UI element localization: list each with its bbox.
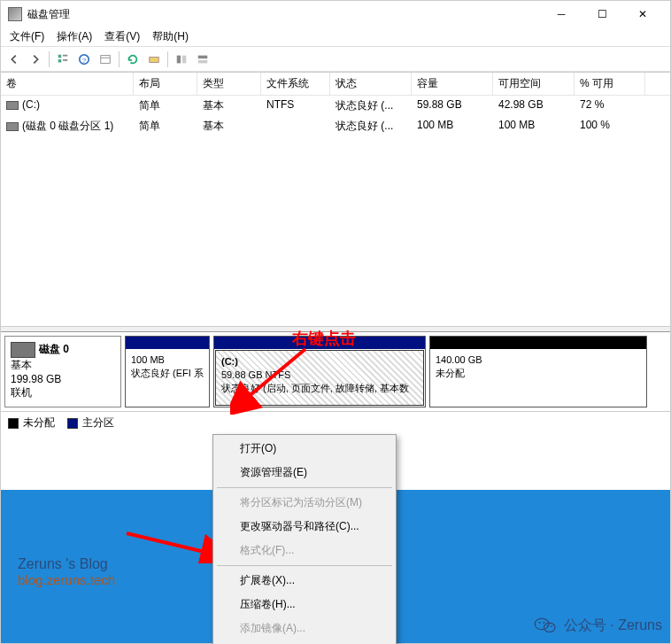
disk-layout-area: 磁盘 0 基本 199.98 GB 联机 100 MB 状态良好 (EFI 系 … xyxy=(1,331,670,411)
th-volume[interactable]: 卷 xyxy=(1,73,134,95)
maximize-button[interactable]: ☐ xyxy=(582,1,622,27)
window-controls: ─ ☐ ✕ xyxy=(541,1,663,27)
ctx-add-mirror: 添加镜像(A)... xyxy=(215,617,394,640)
legend-label: 未分配 xyxy=(23,416,55,429)
cell-type: 基本 xyxy=(197,117,261,136)
partition-efi[interactable]: 100 MB 状态良好 (EFI 系 xyxy=(125,336,210,407)
window-title: 磁盘管理 xyxy=(27,7,541,22)
menu-view[interactable]: 查看(V) xyxy=(99,27,145,46)
th-type[interactable]: 类型 xyxy=(197,73,261,95)
ctx-delete-volume: 删除卷(D)... xyxy=(215,640,394,644)
cell-capacity: 59.88 GB xyxy=(412,97,493,115)
svg-rect-8 xyxy=(150,57,159,62)
disk-type: 基本 xyxy=(11,358,115,373)
cell-pct: 72 % xyxy=(575,97,645,115)
toolbar-help-button[interactable]: ? xyxy=(74,50,94,69)
cell-layout: 简单 xyxy=(134,97,197,115)
partition-size: 100 MB xyxy=(131,353,204,367)
table-header: 卷 布局 类型 文件系统 状态 容量 可用空间 % 可用 xyxy=(1,73,670,96)
legend: 未分配 主分区 xyxy=(1,411,670,434)
partition-body: (C:) 59.88 GB NTFS 状态良好 (启动, 页面文件, 故障转储,… xyxy=(215,350,424,406)
toolbar-rescan-button[interactable] xyxy=(144,50,164,69)
th-capacity[interactable]: 容量 xyxy=(412,73,493,95)
partition-body: 100 MB 状态良好 (EFI 系 xyxy=(126,349,209,407)
partition-c[interactable]: (C:) 59.88 GB NTFS 状态良好 (启动, 页面文件, 故障转储,… xyxy=(213,336,426,407)
cell-name: (C:) xyxy=(22,98,40,111)
partition-status: 状态良好 (EFI 系 xyxy=(131,367,204,380)
toolbar-properties-button[interactable] xyxy=(96,50,115,69)
partition-header xyxy=(126,337,209,349)
partition-status: 未分配 xyxy=(436,367,641,380)
svg-rect-6 xyxy=(101,55,111,63)
legend-swatch-unallocated xyxy=(8,418,19,429)
svg-rect-9 xyxy=(177,55,181,63)
cell-layout: 简单 xyxy=(134,117,197,136)
disk-name: 磁盘 0 xyxy=(39,343,69,355)
th-status[interactable]: 状态 xyxy=(330,73,412,95)
nav-forward-button[interactable] xyxy=(26,50,45,69)
partition-size: 59.88 GB NTFS xyxy=(221,369,418,382)
cell-type: 基本 xyxy=(197,97,261,115)
cell-status: 状态良好 (... xyxy=(330,97,412,115)
disk-icon xyxy=(11,342,35,358)
th-layout[interactable]: 布局 xyxy=(134,73,197,95)
partition-size: 140.00 GB xyxy=(436,353,641,367)
ctx-mark-active: 将分区标记为活动分区(M) xyxy=(215,491,394,515)
toolbar-view-button[interactable] xyxy=(53,50,73,69)
svg-rect-3 xyxy=(63,59,67,61)
ctx-extend-volume[interactable]: 扩展卷(X)... xyxy=(215,569,394,593)
svg-rect-12 xyxy=(198,59,208,63)
disk-state: 联机 xyxy=(11,385,115,400)
th-fs[interactable]: 文件系统 xyxy=(261,73,330,95)
toolbar-refresh-button[interactable] xyxy=(123,50,143,69)
svg-rect-11 xyxy=(198,55,208,58)
app-icon xyxy=(8,7,22,21)
partition-status: 状态良好 (启动, 页面文件, 故障转储, 基本数 xyxy=(221,382,418,395)
table-row[interactable]: (磁盘 0 磁盘分区 1) 简单 基本 状态良好 (... 100 MB 100… xyxy=(1,116,670,136)
partition-header xyxy=(214,337,425,349)
cell-status: 状态良好 (... xyxy=(330,117,412,136)
svg-rect-10 xyxy=(182,55,186,63)
partition-header xyxy=(430,337,646,349)
toolbar: ? xyxy=(1,47,670,72)
close-button[interactable]: ✕ xyxy=(622,1,663,27)
volume-icon xyxy=(6,122,19,131)
menu-help[interactable]: 帮助(H) xyxy=(147,27,194,46)
partition-title: (C:) xyxy=(221,355,418,369)
legend-swatch-primary xyxy=(67,418,78,429)
volume-icon xyxy=(6,101,19,110)
table-body[interactable]: (C:) 简单 基本 NTFS 状态良好 (... 59.88 GB 42.98… xyxy=(1,96,670,326)
ctx-change-drive-letter[interactable]: 更改驱动器号和路径(C)... xyxy=(215,515,394,539)
menu-action[interactable]: 操作(A) xyxy=(51,27,97,46)
legend-item: 主分区 xyxy=(67,415,114,431)
cell-fs xyxy=(261,117,330,136)
svg-rect-2 xyxy=(63,54,67,56)
volume-table: 卷 布局 类型 文件系统 状态 容量 可用空间 % 可用 (C:) 简单 基本 … xyxy=(1,72,670,326)
menu-file[interactable]: 文件(F) xyxy=(4,27,50,46)
svg-rect-1 xyxy=(58,59,62,63)
titlebar: 磁盘管理 ─ ☐ ✕ xyxy=(1,1,670,27)
cell-name: (磁盘 0 磁盘分区 1) xyxy=(22,120,113,132)
ctx-shrink-volume[interactable]: 压缩卷(H)... xyxy=(215,593,394,617)
disk-info-panel[interactable]: 磁盘 0 基本 199.98 GB 联机 xyxy=(4,336,121,407)
cell-free: 42.98 GB xyxy=(493,97,575,115)
disk-size: 199.98 GB xyxy=(11,373,115,385)
ctx-open[interactable]: 打开(O) xyxy=(215,437,394,461)
svg-text:?: ? xyxy=(82,56,87,64)
legend-label: 主分区 xyxy=(82,416,114,429)
menubar: 文件(F) 操作(A) 查看(V) 帮助(H) xyxy=(1,27,670,47)
partition-body: 140.00 GB 未分配 xyxy=(430,349,646,407)
table-row[interactable]: (C:) 简单 基本 NTFS 状态良好 (... 59.88 GB 42.98… xyxy=(1,96,670,116)
partition-unallocated[interactable]: 140.00 GB 未分配 xyxy=(429,336,647,407)
svg-rect-0 xyxy=(58,54,62,58)
context-menu: 打开(O) 资源管理器(E) 将分区标记为活动分区(M) 更改驱动器号和路径(C… xyxy=(212,434,397,644)
cell-pct: 100 % xyxy=(575,117,645,136)
nav-back-button[interactable] xyxy=(4,50,24,69)
th-free[interactable]: 可用空间 xyxy=(493,73,575,95)
toolbar-layout2-button[interactable] xyxy=(193,50,212,69)
th-pct[interactable]: % 可用 xyxy=(575,73,645,95)
minimize-button[interactable]: ─ xyxy=(541,1,582,27)
cell-capacity: 100 MB xyxy=(412,117,493,136)
ctx-explorer[interactable]: 资源管理器(E) xyxy=(215,461,394,485)
toolbar-layout1-button[interactable] xyxy=(172,50,191,69)
